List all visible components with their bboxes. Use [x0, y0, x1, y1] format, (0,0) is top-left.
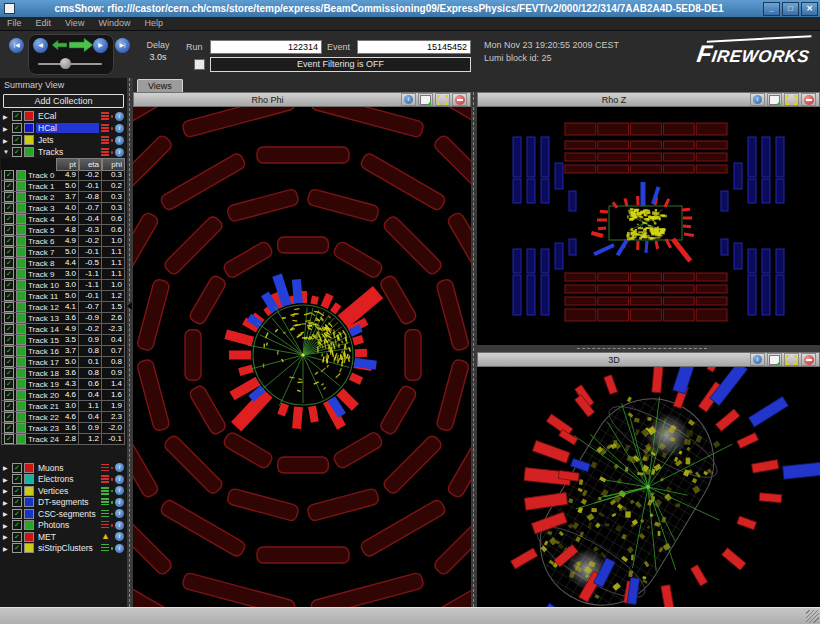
color-swatch[interactable] — [24, 147, 34, 157]
track-row[interactable]: ✓Track 15.0-0.10.2 — [1, 181, 125, 192]
track-checkbox[interactable]: ✓ — [4, 181, 14, 191]
track-checkbox[interactable]: ✓ — [4, 390, 14, 400]
expander-icon[interactable]: ▶ — [3, 545, 10, 552]
color-swatch[interactable] — [16, 313, 26, 323]
track-row[interactable]: ✓Track 204.60.41.6 — [1, 390, 125, 401]
collection-checkbox[interactable]: ✓ — [12, 509, 22, 519]
color-swatch[interactable] — [16, 203, 26, 213]
track-checkbox[interactable]: ✓ — [4, 236, 14, 246]
track-row[interactable]: ✓Track 133.6-0.92.6 — [1, 313, 125, 324]
info-icon[interactable]: i — [401, 93, 416, 106]
color-swatch[interactable] — [16, 181, 26, 191]
track-checkbox[interactable]: ✓ — [4, 214, 14, 224]
color-swatch[interactable] — [16, 280, 26, 290]
menu-item-window[interactable]: Window — [91, 17, 137, 28]
collection-checkbox[interactable]: ✓ — [12, 486, 22, 496]
collection-checkbox[interactable]: ✓ — [12, 463, 22, 473]
info-icon[interactable]: i — [750, 93, 765, 106]
collection-row-csc-segments[interactable]: ▶✓CSC-segmentsi — [0, 508, 127, 520]
track-row[interactable]: ✓Track 144.9-0.2-2.3 — [1, 324, 125, 335]
info-icon[interactable]: i — [115, 498, 124, 507]
detail-table-icon[interactable] — [101, 544, 109, 552]
menu-item-edit[interactable]: Edit — [29, 17, 59, 28]
track-row[interactable]: ✓Track 213.01.11.9 — [1, 401, 125, 412]
close-button[interactable]: ✕ — [801, 2, 818, 16]
track-row[interactable]: ✓Track 124.1-0.71.5 — [1, 302, 125, 313]
collection-checkbox[interactable]: ✓ — [12, 123, 22, 133]
track-checkbox[interactable]: ✓ — [4, 368, 14, 378]
track-row[interactable]: ✓Track 153.50.90.4 — [1, 335, 125, 346]
detail-table-icon[interactable] — [101, 136, 109, 144]
run-input[interactable]: 122314 — [210, 40, 322, 54]
collection-checkbox[interactable]: ✓ — [12, 543, 22, 553]
expander-icon[interactable]: ▼ — [3, 149, 10, 155]
collection-row-met[interactable]: ▶✓MET▲i — [0, 531, 127, 543]
collection-row-dt-segments[interactable]: ▶✓DT-segmentsi — [0, 497, 127, 509]
warning-icon[interactable]: ▲ — [101, 532, 111, 541]
color-swatch[interactable] — [16, 390, 26, 400]
color-swatch[interactable] — [24, 486, 34, 496]
color-swatch[interactable] — [16, 225, 26, 235]
track-row[interactable]: ✓Track 194.30.61.4 — [1, 379, 125, 390]
menu-item-help[interactable]: Help — [137, 17, 170, 28]
detail-table-icon[interactable] — [101, 112, 109, 120]
track-row[interactable]: ✓Track 23.7-0.80.3 — [1, 192, 125, 203]
track-checkbox[interactable]: ✓ — [4, 423, 14, 433]
detail-table-icon[interactable] — [101, 124, 109, 132]
track-row[interactable]: ✓Track 93.0-1.11.1 — [1, 269, 125, 280]
color-swatch[interactable] — [16, 214, 26, 224]
detail-table-icon[interactable] — [101, 148, 109, 156]
info-icon[interactable]: i — [115, 124, 124, 133]
color-swatch[interactable] — [16, 423, 26, 433]
expander-icon[interactable]: ▶ — [3, 125, 10, 132]
rho-z-canvas[interactable] — [477, 107, 820, 345]
expander-icon[interactable]: ▶ — [3, 533, 10, 540]
color-swatch[interactable] — [24, 497, 34, 507]
play-forward-arrow-icon[interactable] — [69, 38, 93, 52]
close-view-icon[interactable] — [801, 93, 816, 106]
track-row[interactable]: ✓Track 44.6-0.40.6 — [1, 214, 125, 225]
event-filter-checkbox[interactable] — [194, 59, 205, 70]
prev-event-button[interactable]: ◀ — [33, 38, 48, 53]
views-horizontal-splitter[interactable] — [477, 345, 820, 352]
color-swatch[interactable] — [16, 401, 26, 411]
collection-row-jets[interactable]: ▶✓Jetsi — [0, 134, 127, 146]
next-event-button[interactable]: ▶ — [93, 38, 108, 53]
menu-item-view[interactable]: View — [58, 17, 91, 28]
track-checkbox[interactable]: ✓ — [4, 346, 14, 356]
track-row[interactable]: ✓Track 163.70.80.7 — [1, 346, 125, 357]
collection-checkbox[interactable]: ✓ — [12, 135, 22, 145]
expander-icon[interactable]: ▶ — [3, 476, 10, 483]
track-row[interactable]: ✓Track 04.9-0.20.3 — [1, 170, 125, 181]
track-checkbox[interactable]: ✓ — [4, 313, 14, 323]
close-view-icon[interactable] — [452, 93, 467, 106]
track-checkbox[interactable]: ✓ — [4, 357, 14, 367]
collection-checkbox[interactable]: ✓ — [12, 474, 22, 484]
track-checkbox[interactable]: ✓ — [4, 324, 14, 334]
track-row[interactable]: ✓Track 34.0-0.70.3 — [1, 203, 125, 214]
three-d-canvas[interactable] — [477, 367, 820, 607]
track-checkbox[interactable]: ✓ — [4, 203, 14, 213]
track-checkbox[interactable]: ✓ — [4, 302, 14, 312]
track-checkbox[interactable]: ✓ — [4, 434, 14, 444]
track-checkbox[interactable]: ✓ — [4, 269, 14, 279]
collection-checkbox[interactable]: ✓ — [12, 532, 22, 542]
color-swatch[interactable] — [16, 192, 26, 202]
expander-icon[interactable]: ▶ — [3, 113, 10, 120]
collection-checkbox[interactable]: ✓ — [12, 111, 22, 121]
info-icon[interactable]: i — [115, 475, 124, 484]
track-row[interactable]: ✓Track 224.60.42.3 — [1, 412, 125, 423]
event-input[interactable]: 15145452 — [357, 40, 471, 54]
color-swatch[interactable] — [16, 247, 26, 257]
menu-item-file[interactable]: File — [0, 17, 29, 28]
info-icon[interactable]: i — [115, 463, 124, 472]
close-view-icon[interactable] — [801, 353, 816, 366]
detail-table-icon[interactable] — [101, 464, 109, 472]
views-tab[interactable]: Views — [137, 79, 183, 92]
info-icon[interactable]: i — [115, 521, 124, 530]
track-checkbox[interactable]: ✓ — [4, 379, 14, 389]
maximize-view-icon[interactable] — [784, 93, 799, 106]
track-row[interactable]: ✓Track 64.9-0.21.0 — [1, 236, 125, 247]
color-swatch[interactable] — [24, 474, 34, 484]
color-swatch[interactable] — [24, 509, 34, 519]
